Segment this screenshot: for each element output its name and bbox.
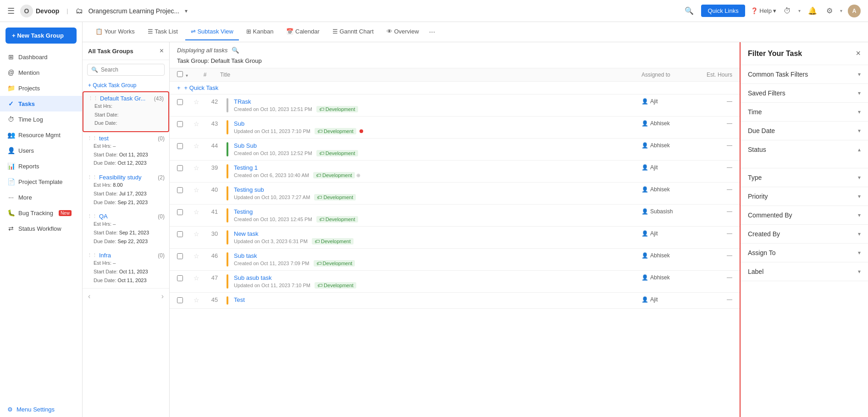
sidebar-item-bug-tracking[interactable]: 🐛 Bug Tracking New: [0, 205, 82, 221]
quick-task-group-button[interactable]: + Quick Task Group: [83, 79, 169, 91]
sidebar-item-projects[interactable]: 📁 Projects: [0, 80, 82, 96]
star-icon[interactable]: ☆: [194, 120, 203, 128]
sidebar-item-resource[interactable]: 👥 Resource Mgmt: [0, 127, 82, 143]
sidebar-item-users[interactable]: 👤 Users: [0, 143, 82, 158]
star-icon[interactable]: ☆: [194, 252, 203, 260]
help-button[interactable]: ❓ Help ▾: [751, 7, 776, 14]
search-button[interactable]: 🔍: [683, 5, 696, 17]
filter-section-commented-by-header[interactable]: Commented By ▾: [741, 206, 868, 224]
tab-subtask-view[interactable]: ⇌ Subtask View: [185, 23, 239, 40]
task-title[interactable]: Test: [234, 296, 638, 303]
task-list-main: Displaying all tasks 🔍 Task Group: Defau…: [170, 42, 740, 417]
row-checkbox[interactable]: [177, 208, 190, 217]
project-name[interactable]: Orangescrum Learning Projec...: [88, 7, 179, 15]
menu-settings[interactable]: ⚙ Menu Settings: [0, 402, 82, 417]
bell-button[interactable]: 🔔: [806, 5, 819, 17]
task-title[interactable]: Sub asub task: [234, 274, 638, 281]
filter-section-due-date-header[interactable]: Due Date ▾: [741, 122, 868, 140]
next-arrow[interactable]: ›: [161, 292, 164, 300]
search-tasks-button[interactable]: 🔍: [232, 47, 239, 54]
sidebar-item-status-workflow[interactable]: ⇄ Status Workflow: [0, 221, 82, 236]
project-icon: 🗂: [76, 7, 83, 15]
timer-button[interactable]: ⏱: [782, 5, 793, 17]
sort-arrow[interactable]: ▾: [186, 73, 188, 78]
filter-section-status-header[interactable]: Status ▴: [741, 140, 868, 159]
task-title[interactable]: Testing 1: [234, 164, 638, 171]
task-content: Sub Updated on Oct 11, 2023 7:10 PM 🏷 De…: [234, 120, 638, 134]
filter-section-common-header[interactable]: Common Task Filters ▾: [741, 65, 868, 83]
tab-gantt-chart[interactable]: ☰ Ganntt Chart: [327, 23, 379, 40]
task-title[interactable]: Sub Sub: [234, 142, 638, 149]
filter-close-button[interactable]: ×: [856, 49, 861, 58]
row-checkbox[interactable]: [177, 252, 190, 261]
row-checkbox[interactable]: [177, 186, 190, 195]
tab-your-works[interactable]: 📋 Your Works: [90, 23, 140, 40]
hamburger-button[interactable]: ☰: [7, 6, 15, 16]
more-tabs-button[interactable]: ···: [426, 25, 438, 39]
tab-overview[interactable]: 👁 Overview: [381, 23, 425, 40]
sidebar-item-tasks[interactable]: ✓ Tasks: [0, 96, 82, 111]
filter-section-label-header[interactable]: Label ▾: [741, 262, 868, 281]
th-hash: #: [194, 72, 216, 78]
star-icon[interactable]: ☆: [194, 164, 203, 172]
search-box[interactable]: 🔍: [87, 64, 165, 76]
filter-section-due-date: Due Date ▾: [741, 122, 868, 140]
task-title[interactable]: Sub task: [234, 252, 638, 259]
row-checkbox[interactable]: [177, 142, 190, 150]
sidebar-item-timelog[interactable]: ⏱ Time Log: [0, 111, 82, 127]
star-icon[interactable]: ☆: [194, 296, 203, 304]
tab-kanban[interactable]: ⊞ Kanban: [241, 23, 279, 40]
row-checkbox[interactable]: [177, 230, 190, 239]
star-icon[interactable]: ☆: [194, 208, 203, 216]
prev-arrow[interactable]: ‹: [88, 292, 90, 300]
tab-calendar[interactable]: 📅 Calendar: [281, 23, 325, 40]
row-checkbox[interactable]: [177, 98, 190, 106]
star-icon[interactable]: ☆: [194, 186, 203, 194]
star-icon[interactable]: ☆: [194, 98, 203, 106]
settings-button[interactable]: ⚙: [824, 5, 835, 17]
task-title[interactable]: Testing: [234, 208, 638, 215]
filter-section-assign-to-label: Assign To: [748, 249, 775, 256]
nav-separator: |: [66, 7, 68, 14]
task-content: Testing sub Updated on Oct 10, 2023 7:27…: [234, 186, 638, 200]
star-icon[interactable]: ☆: [194, 274, 203, 282]
close-panel-button[interactable]: ×: [160, 47, 164, 55]
tg-meta: Est Hrs: 8.00 Start Date: Jul 17, 2023 D…: [87, 181, 165, 206]
task-group-item-feasibility[interactable]: ⋮⋮ Feasibility study (2) Est Hrs: 8.00 S…: [83, 171, 169, 210]
priority-bar: [227, 142, 228, 156]
project-chevron[interactable]: ▾: [185, 8, 188, 14]
task-title[interactable]: Testing sub: [234, 186, 638, 193]
filter-section-time-header[interactable]: Time ▾: [741, 103, 868, 121]
select-all-checkbox[interactable]: [177, 71, 183, 77]
task-group-item-default[interactable]: ⋮⋮ Default Task Gr... (43) Est Hrs: Star…: [83, 91, 169, 132]
row-checkbox[interactable]: [177, 296, 190, 305]
filter-section-assign-to-header[interactable]: Assign To ▾: [741, 244, 868, 262]
task-group-item-test[interactable]: ⋮⋮ test (0) Est Hrs: – Start Date: Oct 1…: [83, 132, 169, 171]
quick-links-button[interactable]: Quick Links: [701, 5, 745, 17]
task-hours: —: [696, 274, 732, 281]
sidebar-item-mention[interactable]: @ Mention: [0, 65, 82, 80]
star-icon[interactable]: ☆: [194, 142, 203, 150]
star-icon[interactable]: ☆: [194, 230, 203, 238]
row-checkbox[interactable]: [177, 120, 190, 128]
row-checkbox[interactable]: [177, 164, 190, 172]
sidebar-item-reports[interactable]: 📊 Reports: [0, 158, 82, 174]
sidebar-item-more[interactable]: ··· More: [0, 189, 82, 205]
avatar[interactable]: A: [848, 5, 861, 17]
task-group-item-qa[interactable]: ⋮⋮ QA (0) Est Hrs: – Start Date: Sep 21,…: [83, 210, 169, 249]
quick-task-row[interactable]: + + Quick Task: [170, 82, 740, 95]
sidebar-item-dashboard[interactable]: ⊞ Dashboard: [0, 49, 82, 65]
row-checkbox[interactable]: [177, 274, 190, 283]
sidebar-item-project-template[interactable]: 📄 Project Template: [0, 174, 82, 189]
tab-task-list[interactable]: ☰ Task List: [142, 23, 183, 40]
filter-section-type-header[interactable]: Type ▾: [741, 168, 868, 187]
filter-section-priority-header[interactable]: Priority ▾: [741, 187, 868, 206]
filter-section-saved-header[interactable]: Saved Filters ▾: [741, 84, 868, 102]
task-title[interactable]: TRask: [234, 98, 638, 105]
search-input[interactable]: [101, 67, 170, 73]
filter-section-created-by-header[interactable]: Created By ▾: [741, 225, 868, 243]
task-title[interactable]: New task: [234, 230, 638, 237]
task-group-item-infra[interactable]: ⋮⋮ Infra (0) Est Hrs: – Start Date: Oct …: [83, 249, 169, 288]
task-title[interactable]: Sub: [234, 120, 638, 127]
new-task-group-button[interactable]: + New Task Group: [6, 28, 77, 44]
